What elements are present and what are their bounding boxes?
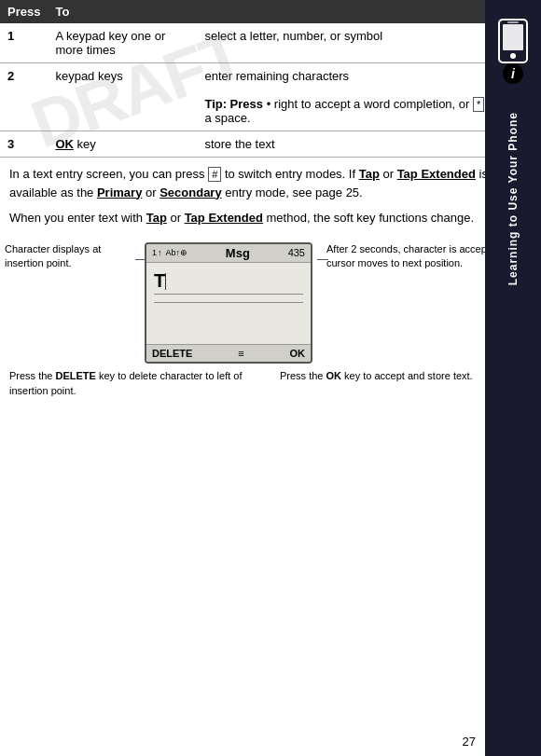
msg-label: Msg xyxy=(226,246,250,260)
para1-start: In a text entry screen, you can press xyxy=(9,167,208,181)
table-row: 1 A keypad key one or more times select … xyxy=(0,23,541,63)
tip-block: Tip: Press • right to accept a word comp… xyxy=(204,97,531,125)
col-header-to: To xyxy=(48,0,541,23)
para1-end2: entry mode, see page 25. xyxy=(222,186,363,199)
softkey-delete: DELETE xyxy=(152,348,192,359)
softkey-menu: ≡ xyxy=(238,348,243,359)
phone-icon xyxy=(495,19,531,63)
bottom-callouts: Press the DELETE key to delete character… xyxy=(0,364,541,404)
callout-left-top: Character displays at insertion point. xyxy=(5,242,140,271)
hline-1 xyxy=(154,294,303,295)
star-key: * xyxy=(473,97,484,112)
ok-key-label-2: OK xyxy=(326,370,342,381)
para2-start: When you enter text with xyxy=(9,211,146,225)
cursor-line xyxy=(165,273,166,290)
tap-word: Tap xyxy=(359,167,380,181)
primary-word: Primary xyxy=(97,186,142,199)
para2-or: or xyxy=(167,211,185,225)
para2-end: method, the soft key functions change. xyxy=(263,211,474,225)
para1: In a text entry screen, you can press # … xyxy=(9,165,532,201)
para1-or: or xyxy=(380,167,397,181)
softkey-ok: OK xyxy=(289,348,305,359)
col-header-press: Press xyxy=(0,0,48,23)
row-press-2: keypad keys xyxy=(48,63,197,131)
sidebar-icon-area: i xyxy=(495,19,531,103)
row-to-2-text: enter remaining characters xyxy=(204,69,349,83)
table-row: 3 OK key store the text xyxy=(0,131,541,158)
phone-softkey-bar: DELETE ≡ OK xyxy=(146,344,311,362)
callout-br-start: Press the xyxy=(280,370,326,381)
para1-or2: or xyxy=(142,186,160,199)
row-number: 2 xyxy=(0,63,48,131)
svg-rect-1 xyxy=(503,24,523,50)
hline-2 xyxy=(154,302,303,303)
row-press-1: A keypad key one or more times xyxy=(48,23,197,63)
phone-screen-wrapper: 1 ↑ Ab↑⊕ Msg 435 T xyxy=(145,242,312,364)
ok-key-label: OK xyxy=(55,137,74,151)
text-insertion-area: T xyxy=(154,270,166,292)
table-row: 2 keypad keys enter remaining characters… xyxy=(0,63,541,131)
delete-key-label: DELETE xyxy=(56,370,96,381)
row-number: 1 xyxy=(0,23,48,63)
cursor-T: T xyxy=(154,270,165,292)
nav-right-symbol: • right to accept a word completion, or xyxy=(267,97,473,111)
callout-bl-start: Press the xyxy=(9,370,56,381)
svg-rect-3 xyxy=(507,21,519,23)
signal-icon: 1 xyxy=(152,248,157,257)
callout-arrow-left xyxy=(317,259,328,260)
phone-screen-topbar: 1 ↑ Ab↑⊕ Msg 435 xyxy=(146,244,311,263)
signal-up-icon: ↑ xyxy=(158,248,162,257)
callout-bottom-left: Press the DELETE key to delete character… xyxy=(9,368,270,399)
row-number: 3 xyxy=(0,131,48,158)
body-text: In a text entry screen, you can press # … xyxy=(0,158,541,242)
cursor-underlines xyxy=(154,294,303,303)
para1-mid: to switch entry modes. If xyxy=(221,167,358,181)
row-press-3-key: key xyxy=(77,137,96,151)
sidebar: i Learning to Use Your Phone xyxy=(485,0,541,756)
para2: When you enter text with Tap or Tap Exte… xyxy=(9,209,532,227)
callout-br-end: key to accept and store text. xyxy=(341,370,473,381)
page-number: 27 xyxy=(463,735,476,749)
phone-mode: Ab↑⊕ xyxy=(166,248,188,257)
tap-extended-word-2: Tap Extended xyxy=(185,211,263,225)
secondary-word: Secondary xyxy=(160,186,221,199)
phone-signals: 1 ↑ Ab↑⊕ xyxy=(152,248,187,257)
char-counter: 435 xyxy=(288,247,305,258)
tip-label: Tip: Press xyxy=(204,97,263,111)
svg-point-2 xyxy=(510,53,516,59)
sidebar-text-vertical: Learning to Use Your Phone xyxy=(506,112,520,285)
info-badge: i xyxy=(503,63,523,84)
row-press-3: OK key xyxy=(48,131,197,158)
tap-extended-word: Tap Extended xyxy=(397,167,476,181)
hash-key-symbol: # xyxy=(208,167,221,182)
main-content: Press To 1 A keypad key one or more time… xyxy=(0,0,541,756)
page-container: DRAFT Press To 1 A keypad key one or mor… xyxy=(0,0,541,756)
tap-word-2: Tap xyxy=(146,211,167,225)
instruction-table: Press To 1 A keypad key one or more time… xyxy=(0,0,541,158)
phone-screen: 1 ↑ Ab↑⊕ Msg 435 T xyxy=(145,242,312,364)
